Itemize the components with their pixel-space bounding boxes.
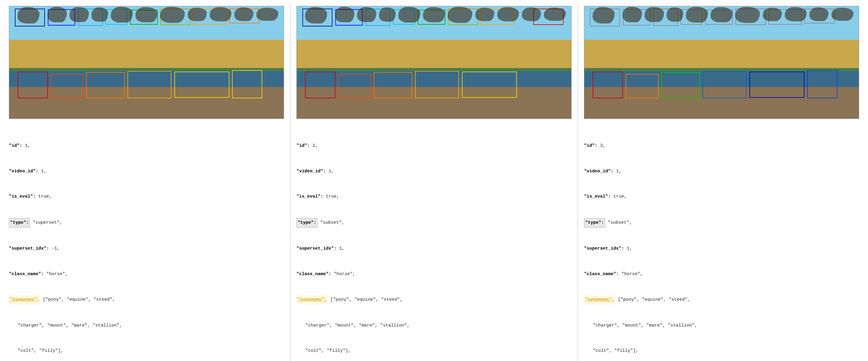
horse-silhouette-top (256, 8, 278, 21)
horse-silhouette-top (785, 7, 807, 21)
bbox-bottom (51, 74, 84, 98)
val-iseval-2: true, (326, 192, 339, 201)
horse-silhouette-top (235, 7, 254, 21)
key-videoid-2: "video_id": (297, 167, 326, 176)
key-videoid-1: "video_id": (9, 167, 38, 176)
horse-silhouette-top (69, 7, 89, 22)
key-id-2: "id": (297, 142, 310, 150)
key-superset-3: "superset_idx": (584, 244, 624, 253)
val-superset-3: 1, (627, 244, 632, 253)
val-id-3: 3, (600, 142, 606, 150)
horse-silhouette-top (335, 7, 354, 22)
key-synonyms-1: "synonyms": (9, 295, 40, 305)
horse-silhouette-top (423, 7, 445, 22)
horse-silhouette-top (135, 7, 157, 22)
key-iseval-3: "is_eval": (584, 192, 611, 201)
horse-silhouette-top (522, 7, 541, 21)
key-iseval-2: "is_eval": (297, 192, 323, 201)
key-classname-1: "class_name": (9, 270, 44, 279)
val-iseval-1: true, (38, 192, 52, 201)
val-synonyms-3c: "colt", "filly"], (593, 347, 639, 355)
bbox-bottom (127, 71, 172, 98)
scene-2 (297, 6, 571, 119)
key-type-1: "type": (9, 218, 30, 228)
bbox-bottom (338, 74, 371, 98)
image-1 (9, 6, 284, 119)
val-type-1: "superset", (33, 219, 62, 227)
bbox-bottom (661, 72, 700, 98)
key-superset-2: "superset_idx": (297, 244, 337, 253)
val-id-1: 1, (25, 142, 30, 150)
val-type-2: "subset", (320, 219, 344, 227)
image-2 (297, 6, 571, 119)
horse-silhouette-top (711, 7, 733, 22)
bbox-bottom (374, 72, 412, 98)
key-classname-2: "class_name": (297, 270, 331, 279)
horse-silhouette-top (448, 7, 472, 23)
horse-silhouette-top (92, 7, 108, 22)
horse-silhouette-top (809, 7, 829, 21)
bbox-bottom (703, 71, 746, 98)
key-synonyms-3: "synonyms": (584, 295, 615, 305)
data-section-1: "id": 1, "video_id": 1, "is_eval": true,… (9, 125, 284, 361)
scene-3 (584, 6, 859, 119)
column-1: "id": 1, "video_id": 1, "is_eval": true,… (3, 3, 290, 361)
bbox-bottom (86, 72, 125, 98)
val-classname-2: "horse", (334, 270, 355, 279)
val-synonyms-3a: ["pony", "equine", "steed", (618, 296, 690, 304)
bbox-bottom (232, 70, 262, 98)
horse-silhouette-top (398, 7, 420, 23)
val-videoid-1: 1, (41, 167, 46, 176)
horse-silhouette-top (210, 7, 232, 21)
image-3 (584, 6, 859, 119)
val-id-2: 2, (312, 142, 318, 150)
bbox-bottom (18, 71, 48, 98)
horse-silhouette-top (160, 7, 185, 23)
horse-silhouette-top (832, 8, 854, 21)
val-synonyms-1b: "charger", "mount", "mare", "stallion", (18, 322, 122, 330)
key-id-1: "id": (9, 142, 22, 150)
horse-silhouette-top (475, 8, 495, 21)
bbox-bottom (462, 71, 517, 98)
bbox-bottom (174, 71, 229, 98)
horse-silhouette-top (357, 7, 376, 22)
key-type-2: "type": (297, 218, 317, 228)
horse-silhouette-top (763, 8, 782, 21)
key-videoid-3: "video_id": (584, 167, 613, 176)
key-id-3: "id": (584, 142, 597, 150)
val-synonyms-3b: "charger", "mount", "mare", "stallion", (593, 322, 697, 330)
val-iseval-3: true, (613, 192, 627, 201)
horse-silhouette-top (188, 8, 207, 21)
data-section-3: "id": 3, "video_id": 1, "is_eval": true,… (584, 125, 859, 361)
horse-silhouette-top (379, 7, 395, 22)
horse-silhouette-top (593, 7, 615, 24)
val-classname-3: "horse", (621, 270, 643, 279)
main-container: "id": 1, "video_id": 1, "is_eval": true,… (0, 0, 868, 361)
bbox-bottom (807, 70, 837, 98)
val-videoid-3: 1, (616, 167, 621, 176)
horse-silhouette-top (544, 8, 566, 21)
val-synonyms-2c: "colt", "filly"], (305, 347, 351, 355)
val-type-3: "subset", (608, 219, 632, 227)
val-superset-2: 1, (339, 244, 345, 253)
horse-silhouette-top (111, 7, 133, 23)
bbox-bottom (626, 74, 658, 98)
val-superset-1: -1, (52, 244, 60, 253)
column-3: "id": 3, "video_id": 1, "is_eval": true,… (578, 3, 865, 361)
key-synonyms-2: "synonyms": (297, 295, 328, 305)
horse-silhouette-top (497, 7, 519, 21)
horse-silhouette-top (686, 7, 708, 23)
bbox-bottom (593, 71, 623, 98)
horse-silhouette-top (18, 7, 39, 24)
column-2: "id": 2, "video_id": 1, "is_eval": true,… (290, 3, 578, 361)
horse-silhouette-top (48, 7, 67, 22)
bbox-bottom (749, 71, 804, 98)
val-synonyms-2a: ["pony", "equine", "steed", (330, 296, 403, 304)
val-synonyms-1c: "colt", "filly"], (18, 347, 63, 355)
val-videoid-2: 1, (329, 167, 334, 176)
bbox-bottom (305, 71, 335, 98)
val-synonyms-2b: "charger", "mount", "mare", "stallion", (305, 322, 410, 330)
data-section-2: "id": 2, "video_id": 1, "is_eval": true,… (297, 125, 571, 361)
key-classname-3: "class_name": (584, 270, 619, 279)
horse-silhouette-top (623, 7, 642, 22)
